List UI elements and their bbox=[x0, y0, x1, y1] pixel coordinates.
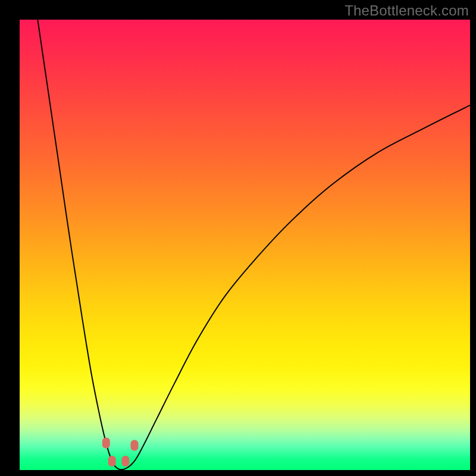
valley-marker bbox=[102, 438, 110, 449]
valley-marker bbox=[108, 456, 116, 466]
plot-area bbox=[20, 20, 470, 470]
curve-layer bbox=[20, 20, 470, 470]
bottleneck-curve bbox=[37, 20, 470, 469]
watermark-text: TheBottleneck.com bbox=[345, 2, 469, 19]
valley-marker bbox=[121, 456, 129, 466]
valley-marker bbox=[131, 440, 139, 450]
chart-frame: TheBottleneck.com bbox=[0, 0, 476, 476]
